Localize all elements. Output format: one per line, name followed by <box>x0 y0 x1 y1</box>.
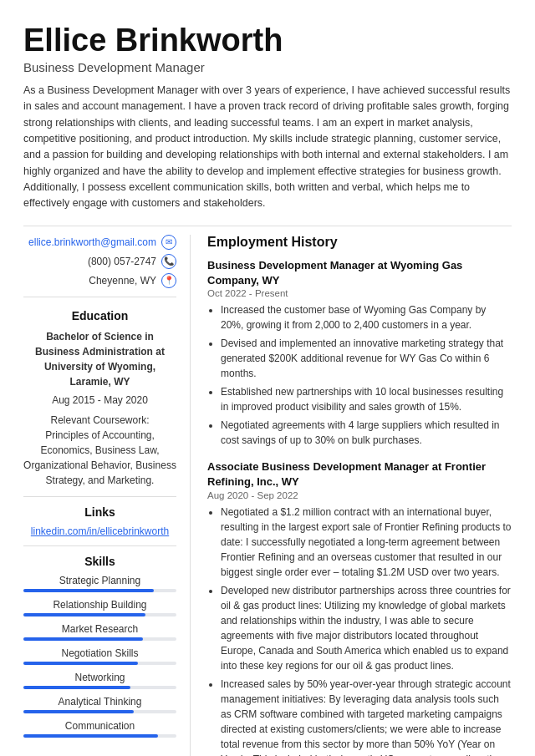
education-heading: Education <box>23 309 176 322</box>
bullet-item: Increased the customer base of Wyoming G… <box>221 302 512 332</box>
employment-heading: Employment History <box>207 235 512 250</box>
job-title: Business Development Manager at Wyoming … <box>207 258 512 288</box>
skills-heading: Skills <box>23 555 176 568</box>
skill-bar-fill <box>23 637 143 641</box>
contact-divider <box>23 297 176 297</box>
contact-phone: (800) 057-2747 📞 <box>23 254 176 269</box>
linkedin-link[interactable]: linkedin.com/in/ellicebrinkworth <box>23 525 176 537</box>
main-content: ellice.brinkworth@gmail.com ✉ (800) 057-… <box>23 235 512 756</box>
job-block: Associate Business Development Manager a… <box>207 459 512 756</box>
job-block: Business Development Manager at Wyoming … <box>207 258 512 448</box>
skill-bar-bg <box>23 589 176 592</box>
links-divider <box>23 545 176 546</box>
job-bullets: Increased the customer base of Wyoming G… <box>207 302 512 448</box>
skill-bar-bg <box>23 710 176 713</box>
bullet-item: Devised and implemented an innovative ma… <box>221 336 512 381</box>
education-block: Bachelor of Science in Business Administ… <box>23 329 176 488</box>
skill-name: Strategic Planning <box>23 575 176 586</box>
job-title: Associate Business Development Manager a… <box>207 459 512 490</box>
skill-bar-fill <box>23 613 145 616</box>
candidate-title: Business Development Manager <box>23 60 512 74</box>
bullet-item: Negotiated agreements with 4 large suppl… <box>221 418 512 448</box>
skill-name: Relationship Building <box>23 599 176 611</box>
contact-email: ellice.brinkworth@gmail.com ✉ <box>23 235 176 250</box>
skill-bar-bg <box>23 686 176 689</box>
job-dates: Aug 2020 - Sep 2022 <box>207 490 512 500</box>
skill-bar-fill <box>23 662 138 665</box>
header-divider <box>23 226 512 226</box>
bullet-item: Established new partnerships with 10 loc… <box>221 384 512 414</box>
edu-divider <box>23 496 176 497</box>
skill-item: Analytical Thinking <box>23 696 176 713</box>
resume-page: Ellice Brinkworth Business Development M… <box>0 0 535 756</box>
contact-location: Cheyenne, WY 📍 <box>23 273 176 288</box>
skill-bar-fill <box>23 734 158 738</box>
skill-bar-fill <box>23 589 154 592</box>
skill-item: Relationship Building <box>23 599 176 616</box>
skill-item: Networking <box>23 672 176 689</box>
location-icon: 📍 <box>161 273 176 288</box>
right-column: Employment History Business Development … <box>191 235 512 756</box>
coursework-content: Principles of Accounting, Economics, Bus… <box>23 428 176 488</box>
candidate-name: Ellice Brinkworth <box>23 23 512 58</box>
skill-item: Communication <box>23 720 176 738</box>
skill-bar-bg <box>23 662 176 665</box>
skill-bar-bg <box>23 734 176 738</box>
skill-item: Strategic Planning <box>23 575 176 592</box>
skill-bar-bg <box>23 613 176 616</box>
links-heading: Links <box>23 505 176 519</box>
skill-name: Communication <box>23 720 176 732</box>
skill-name: Networking <box>23 672 176 683</box>
skill-bar-fill <box>23 686 130 689</box>
bullet-item: Negotiated a $1.2 million contract with … <box>221 505 512 580</box>
skill-bar-bg <box>23 637 176 641</box>
coursework-label: Relevant Coursework: <box>23 413 176 428</box>
email-icon: ✉ <box>161 235 176 250</box>
skill-name: Analytical Thinking <box>23 696 176 708</box>
skill-item: Market Research <box>23 623 176 641</box>
header-section: Ellice Brinkworth Business Development M… <box>23 23 512 212</box>
bullet-item: Developed new distributor partnerships a… <box>221 583 512 673</box>
skill-item: Negotiation Skills <box>23 647 176 665</box>
left-column: ellice.brinkworth@gmail.com ✉ (800) 057-… <box>23 235 191 756</box>
candidate-summary: As a Business Development Manager with o… <box>23 83 512 212</box>
skill-bar-fill <box>23 710 134 713</box>
skill-name: Negotiation Skills <box>23 647 176 659</box>
education-degree: Bachelor of Science in Business Administ… <box>23 329 176 389</box>
education-dates: Aug 2015 - May 2020 <box>23 393 176 408</box>
bullet-item: Increased sales by 50% year-over-year th… <box>221 677 512 756</box>
job-bullets: Negotiated a $1.2 million contract with … <box>207 505 512 756</box>
phone-icon: 📞 <box>161 254 176 269</box>
skill-name: Market Research <box>23 623 176 635</box>
job-dates: Oct 2022 - Present <box>207 288 512 298</box>
skills-list: Strategic Planning Relationship Building… <box>23 575 176 738</box>
jobs-list: Business Development Manager at Wyoming … <box>207 258 512 756</box>
